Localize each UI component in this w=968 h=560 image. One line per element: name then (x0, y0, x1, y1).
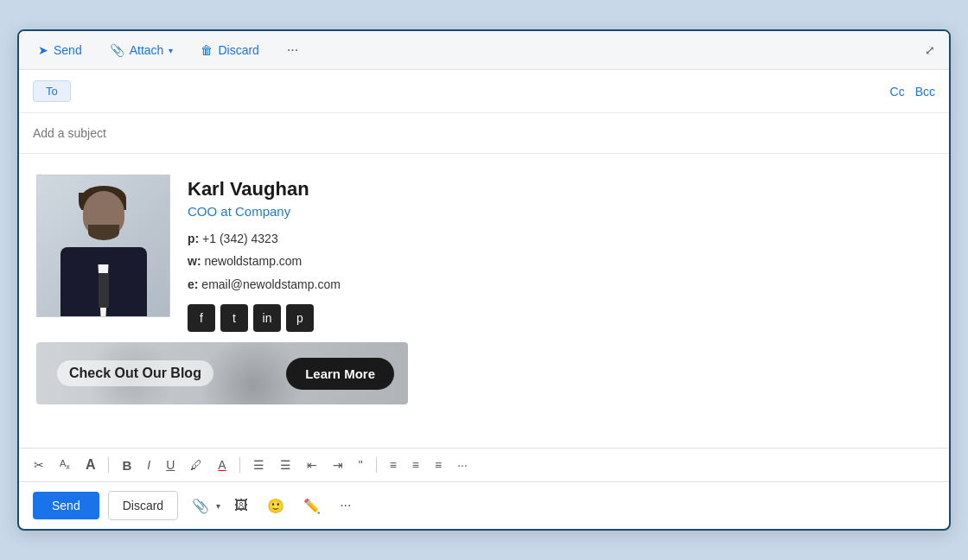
list-right-button[interactable]: ≡ (430, 456, 446, 474)
align-center-button[interactable]: ☰ (276, 456, 296, 474)
bold-button[interactable]: B (118, 456, 136, 474)
indent-increase-button[interactable]: ⇥ (328, 456, 347, 474)
signature-top: Karl Vaughan COO at Company p: +1 (342) … (36, 175, 932, 332)
attach-label: Attach (130, 43, 164, 57)
signature-info: Karl Vaughan COO at Company p: +1 (342) … (188, 175, 341, 332)
email-signature: Karl Vaughan COO at Company p: +1 (342) … (36, 175, 932, 404)
divider-3 (376, 457, 377, 473)
list-left-button[interactable]: ≡ (385, 456, 401, 474)
email-label: e: (188, 277, 198, 291)
email-value: email@newoldstamp.com (201, 277, 341, 291)
website-label: w: (188, 254, 201, 268)
send-action-button[interactable]: Send (33, 492, 99, 519)
to-input[interactable] (81, 85, 890, 99)
phone-value: +1 (342) 4323 (202, 232, 278, 245)
attach-button[interactable]: 📎 Attach ▾ (105, 40, 179, 60)
linkedin-icon[interactable]: in (253, 304, 281, 332)
twitter-icon[interactable]: t (220, 304, 248, 332)
website-value: newoldstamp.com (204, 254, 302, 268)
person-tie (99, 273, 109, 308)
attach-action-button[interactable]: 📎 (187, 494, 214, 518)
send-button[interactable]: ➤ Send (33, 40, 87, 60)
underline-button[interactable]: U (162, 456, 179, 474)
paperclip-icon: 📎 (110, 43, 124, 57)
divider-1 (108, 457, 109, 473)
top-toolbar: ➤ Send 📎 Attach ▾ 🗑 Discard ··· ⤢ (19, 31, 949, 70)
signature-title: COO at Company (188, 204, 341, 219)
expand-icon[interactable]: ⤢ (925, 43, 935, 57)
to-badge: To (33, 80, 71, 102)
blockquote-button[interactable]: " (354, 456, 367, 474)
action-more-button[interactable]: ··· (334, 494, 356, 517)
action-bar: Send Discard 📎 ▾ 🖼 🙂 ✏️ ··· (19, 481, 949, 529)
emoji-action-button[interactable]: 🙂 (262, 494, 290, 518)
facebook-icon[interactable]: f (188, 304, 215, 332)
indent-decrease-button[interactable]: ⇤ (302, 456, 322, 474)
image-action-button[interactable]: 🖼 (229, 494, 253, 517)
trash-icon: 🗑 (201, 43, 213, 57)
signature-name: Karl Vaughan (188, 178, 341, 200)
cc-button[interactable]: Cc (890, 85, 905, 99)
font-color-button[interactable]: A (213, 456, 230, 474)
person-beard (88, 225, 119, 240)
format-more-button[interactable]: ··· (453, 456, 472, 474)
highlight-button[interactable]: 🖊 (186, 456, 207, 474)
signature-phone: p: +1 (342) 4323 (188, 229, 341, 248)
discard-action-button[interactable]: Discard (108, 491, 178, 520)
discard-button[interactable]: 🗑 Discard (195, 40, 264, 60)
divider-2 (239, 457, 240, 473)
signature-action-button[interactable]: ✏️ (298, 494, 326, 518)
subject-input[interactable] (33, 126, 935, 140)
email-body[interactable]: Karl Vaughan COO at Company p: +1 (342) … (19, 154, 949, 448)
discard-label: Discard (218, 43, 258, 57)
font-decrease-button[interactable]: Ax (55, 456, 74, 474)
cc-bcc-group: Cc Bcc (890, 85, 935, 99)
font-increase-button[interactable]: A (81, 455, 100, 474)
italic-button[interactable]: I (143, 456, 155, 474)
social-icons-group: f t in p (188, 304, 341, 332)
attach-chevron-icon: ▾ (169, 46, 173, 55)
phone-label: p: (188, 232, 199, 245)
signature-website: w: newoldstamp.com (188, 251, 341, 270)
email-compose-window: ➤ Send 📎 Attach ▾ 🗑 Discard ··· ⤢ To Cc … (17, 29, 951, 531)
subject-row (19, 113, 949, 154)
attach-group: 📎 ▾ (187, 494, 220, 518)
align-left-button[interactable]: ☰ (249, 456, 269, 474)
blog-banner: Check Out Our Blog Learn More (36, 342, 408, 404)
blog-text: Check Out Our Blog (57, 360, 213, 386)
attach-chevron-icon[interactable]: ▾ (216, 501, 220, 511)
clear-format-button[interactable]: ✂ (29, 456, 48, 474)
signature-photo (36, 175, 170, 317)
more-options-button[interactable]: ··· (282, 41, 303, 60)
format-toolbar: ✂ Ax A B I U 🖊 A ☰ ☰ ⇤ ⇥ " ≡ ≡ ≡ ··· (19, 448, 949, 481)
list-center-button[interactable]: ≡ (408, 456, 424, 474)
bcc-button[interactable]: Bcc (915, 85, 935, 99)
send-icon: ➤ (38, 43, 48, 57)
signature-email: e: email@newoldstamp.com (188, 275, 341, 294)
learn-more-button[interactable]: Learn More (286, 358, 394, 390)
pinterest-icon[interactable]: p (286, 304, 314, 332)
to-row: To Cc Bcc (19, 70, 949, 113)
send-label: Send (54, 43, 82, 57)
